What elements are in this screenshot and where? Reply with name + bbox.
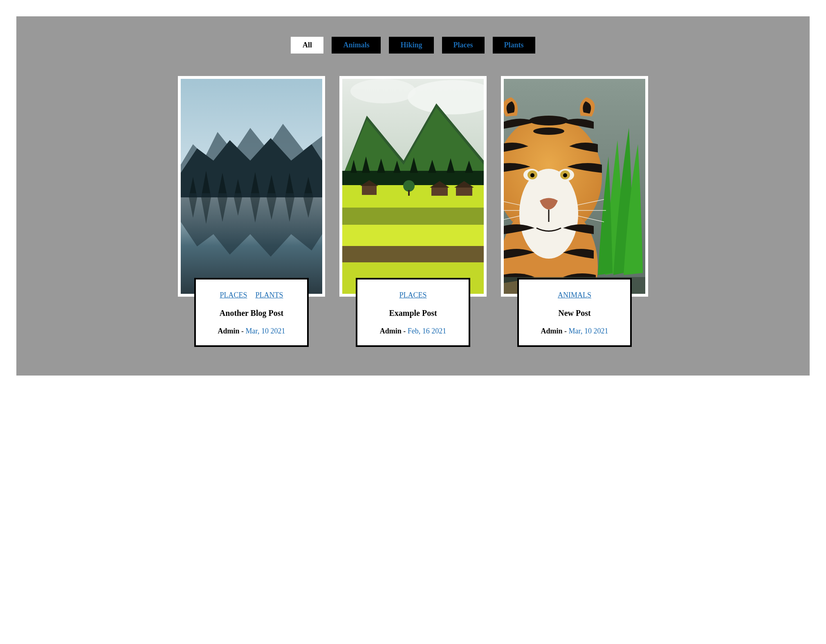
main-container: All Animals Hiking Places Plants [16,16,810,376]
meta-separator: - [241,327,246,335]
post-info: PLACES Example Post Admin - Feb, 16 2021 [356,278,471,347]
filter-bar: All Animals Hiking Places Plants [29,37,797,54]
post-meta: Admin - Mar, 10 2021 [525,327,624,335]
svg-point-46 [403,180,415,192]
posts-grid: PLACES PLANTS Another Blog Post Admin - … [29,76,797,347]
filter-hiking[interactable]: Hiking [389,37,433,54]
svg-point-59 [563,173,567,177]
post-title[interactable]: Example Post [364,309,462,318]
post-card: PLACES PLANTS Another Blog Post Admin - … [178,76,325,347]
post-categories: ANIMALS [525,291,624,300]
post-card: PLACES Example Post Admin - Feb, 16 2021 [339,76,487,347]
svg-point-52 [529,116,568,125]
svg-rect-47 [408,190,410,196]
post-meta: Admin - Mar, 10 2021 [202,327,301,335]
filter-all[interactable]: All [291,37,323,54]
post-categories: PLACES PLANTS [202,291,301,300]
svg-rect-42 [431,188,448,196]
post-title[interactable]: New Post [525,309,624,318]
svg-rect-37 [342,225,484,246]
post-card: ANIMALS New Post Admin - Mar, 10 2021 [501,76,648,347]
svg-point-53 [533,127,564,135]
post-date: Mar, 10 2021 [246,327,285,335]
svg-rect-36 [342,208,484,225]
svg-point-23 [350,79,416,103]
meta-separator: - [403,327,408,335]
filter-plants[interactable]: Plants [493,37,535,54]
post-date: Mar, 10 2021 [569,327,608,335]
post-image[interactable] [501,76,648,297]
category-link[interactable]: PLANTS [256,291,283,299]
post-categories: PLACES [364,291,462,300]
category-link[interactable]: ANIMALS [558,291,591,299]
post-author: Admin [218,327,240,335]
meta-separator: - [564,327,569,335]
post-info: ANIMALS New Post Admin - Mar, 10 2021 [517,278,632,347]
post-author: Admin [380,327,402,335]
post-title[interactable]: Another Blog Post [202,309,301,318]
category-link[interactable]: PLACES [399,291,426,299]
svg-point-58 [530,173,534,177]
post-meta: Admin - Feb, 16 2021 [364,327,462,335]
filter-places[interactable]: Places [442,37,485,54]
post-date: Feb, 16 2021 [408,327,447,335]
post-image[interactable] [178,76,325,297]
post-info: PLACES PLANTS Another Blog Post Admin - … [194,278,309,347]
category-link[interactable]: PLACES [220,291,247,299]
filter-animals[interactable]: Animals [332,37,381,54]
svg-rect-38 [342,246,484,262]
post-author: Admin [541,327,563,335]
svg-rect-40 [362,186,377,195]
svg-rect-44 [456,188,472,196]
post-image[interactable] [339,76,487,297]
